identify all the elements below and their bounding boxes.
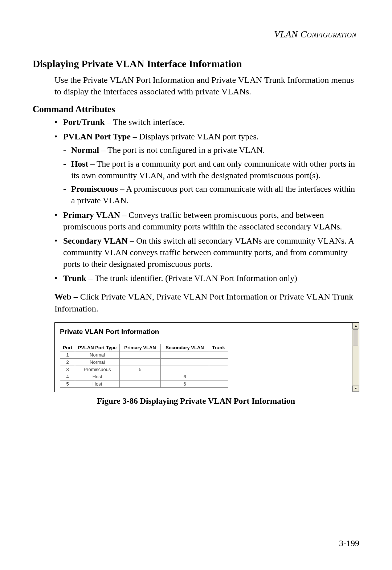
term-primary-vlan: Primary VLAN [63,210,120,220]
attr-trunk: Trunk – The trunk identifier. (Private V… [54,273,359,284]
intro-paragraph: Use the Private VLAN Port Information an… [54,74,359,98]
cell-primary [120,373,161,380]
th-trunk: Trunk [209,344,228,351]
screenshot-panel: Private VLAN Port Information Port PVLAN… [54,322,359,392]
attr-pvlan-port-type: PVLAN Port Type – Displays private VLAN … [54,131,359,207]
pvlan-table: Port PVLAN Port Type Primary VLAN Second… [60,344,228,388]
cell-primary [120,351,161,358]
pvlan-subtypes-list: Normal – The port is not configured in a… [63,144,359,207]
term-promiscuous: Promiscuous [71,184,118,194]
cell-port: 3 [60,366,75,373]
table-row: 1 Normal [60,351,228,358]
table-row: 5 Host 6 [60,380,228,387]
screenshot-inner: Private VLAN Port Information Port PVLAN… [55,323,359,388]
cell-type: Host [75,380,120,387]
web-paragraph: Web – Click Private VLAN, Private VLAN P… [54,291,359,314]
table-row: 4 Host 6 [60,373,228,380]
scroll-thumb[interactable] [353,329,358,346]
desc-port-trunk: – The switch interface. [105,117,185,127]
term-secondary-vlan: Secondary VLAN [63,236,128,245]
running-head: VLAN Configuration [33,29,359,40]
subattr-host: Host – The port is a community port and … [63,158,359,181]
attr-port-trunk: Port/Trunk – The switch interface. [54,117,359,128]
desc-pvlan-port-type: – Displays private VLAN port types. [131,132,259,141]
attributes-list: Port/Trunk – The switch interface. PVLAN… [54,117,359,284]
cell-trunk [209,380,228,387]
scroll-up-icon[interactable]: ▴ [352,323,359,329]
cell-secondary: 6 [161,380,209,387]
cell-primary [120,380,161,387]
panel-title: Private VLAN Port Information [60,328,354,336]
th-primary: Primary VLAN [120,344,161,351]
term-pvlan-port-type: PVLAN Port Type [63,132,131,141]
web-desc: – Click Private VLAN, Private VLAN Port … [54,292,353,313]
scrollbar[interactable]: ▴ ▾ [352,323,359,392]
cell-port: 2 [60,358,75,366]
cell-type: Normal [75,358,120,366]
page: VLAN Configuration Displaying Private VL… [0,0,392,570]
cell-type: Host [75,373,120,380]
scroll-down-icon[interactable]: ▾ [352,386,359,392]
cell-type: Normal [75,351,120,358]
th-port: Port [60,344,75,351]
th-type: PVLAN Port Type [75,344,120,351]
cell-secondary: 6 [161,373,209,380]
cell-trunk [209,373,228,380]
cell-secondary [161,351,209,358]
subattr-normal: Normal – The port is not configured in a… [63,144,359,156]
cell-port: 4 [60,373,75,380]
cell-primary [120,358,161,366]
cell-secondary [161,366,209,373]
term-port-trunk: Port/Trunk [63,117,105,127]
web-lead: Web [54,292,72,301]
cell-primary: 5 [120,366,161,373]
cell-port: 5 [60,380,75,387]
page-number: 3-199 [339,538,359,548]
desc-host: – The port is a community port and can o… [71,159,355,180]
term-host: Host [71,159,88,168]
table-row: 3 Promiscuous 5 [60,366,228,373]
desc-trunk: – The trunk identifier. (Private VLAN Po… [86,273,297,283]
term-normal: Normal [71,145,99,155]
cell-port: 1 [60,351,75,358]
desc-normal: – The port is not configured in a privat… [99,145,265,155]
command-attributes-heading: Command Attributes [33,104,359,114]
cell-type: Promiscuous [75,366,120,373]
cell-secondary [161,358,209,366]
figure-caption: Figure 3-86 Displaying Private VLAN Port… [33,396,359,406]
table-header-row: Port PVLAN Port Type Primary VLAN Second… [60,344,228,351]
attr-primary-vlan: Primary VLAN – Conveys traffic between p… [54,209,359,232]
table-row: 2 Normal [60,358,228,366]
attr-secondary-vlan: Secondary VLAN – On this switch all seco… [54,235,359,270]
cell-trunk [209,366,228,373]
th-secondary: Secondary VLAN [161,344,209,351]
term-trunk: Trunk [63,273,86,283]
section-heading: Displaying Private VLAN Interface Inform… [33,58,359,70]
subattr-promiscuous: Promiscuous – A promiscuous port can com… [63,183,359,206]
cell-trunk [209,351,228,358]
cell-trunk [209,358,228,366]
